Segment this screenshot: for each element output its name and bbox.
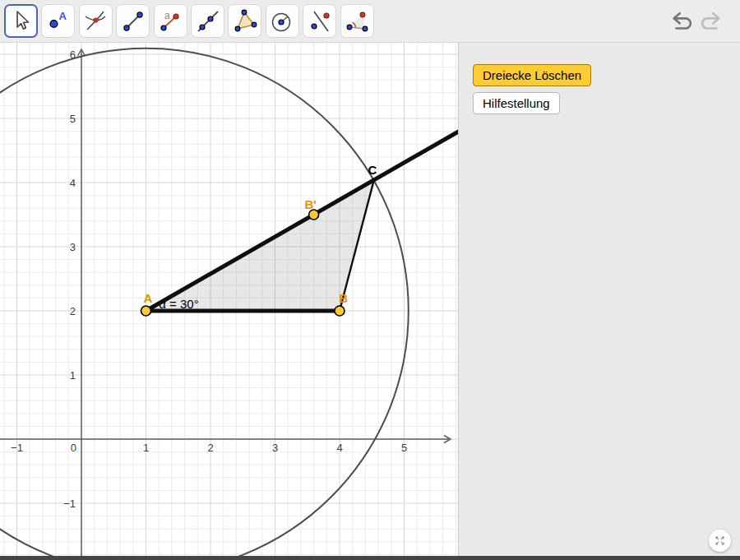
tool-move-button[interactable] <box>4 4 38 38</box>
tool-reflect-about-line-button[interactable] <box>303 4 336 38</box>
point-b[interactable] <box>335 306 345 316</box>
reflect-line-icon <box>308 9 332 34</box>
svg-text:A: A <box>58 10 67 22</box>
svg-text:1: 1 <box>143 442 149 454</box>
tool-line-button[interactable] <box>191 4 224 38</box>
tool-segment-fixed-length-button[interactable]: a <box>154 4 187 38</box>
svg-text:−1: −1 <box>63 498 76 510</box>
point-label-b: B <box>339 291 348 305</box>
tool-intersect-button[interactable] <box>79 4 113 38</box>
polygon-icon <box>233 9 257 34</box>
line-icon <box>196 9 220 34</box>
undo-icon <box>670 25 695 37</box>
tool-segment-button[interactable] <box>116 4 150 38</box>
svg-text:5: 5 <box>70 113 76 125</box>
delete-triangles-button[interactable]: Dreiecke Löschen <box>473 64 591 86</box>
help-button[interactable]: Hilfestellung <box>473 92 560 114</box>
graphics-view[interactable]: −1012345−1123456α = 30°ABB'C <box>0 43 458 556</box>
tool-polygon-button[interactable] <box>228 4 261 38</box>
svg-text:2: 2 <box>207 442 213 454</box>
segment-icon <box>121 9 146 34</box>
svg-text:5: 5 <box>401 442 407 454</box>
side-panel: Dreiecke Löschen Hilfestellung <box>458 43 740 556</box>
svg-text:3: 3 <box>272 442 278 454</box>
segment-length-icon: a <box>158 9 183 34</box>
point-a[interactable] <box>141 306 151 316</box>
geogebra-app: Aa −1012345−1123456α = 30°ABB'C Dreiecke… <box>0 0 740 560</box>
bottom-border <box>0 556 740 560</box>
point-label-icon: A <box>46 9 71 34</box>
svg-text:1: 1 <box>70 369 76 382</box>
tool-circle-with-center-button[interactable] <box>266 4 299 38</box>
redo-icon <box>698 25 723 37</box>
intersect-icon <box>83 9 108 34</box>
circle-center-icon <box>270 9 294 34</box>
fullscreen-button[interactable] <box>709 530 731 552</box>
svg-text:a: a <box>164 10 170 21</box>
point-label-b': B' <box>304 197 316 211</box>
cursor-icon <box>9 9 34 34</box>
point-label-c: C <box>368 163 377 177</box>
fullscreen-icon <box>713 534 727 548</box>
svg-text:4: 4 <box>336 442 342 454</box>
rotate-angle-icon <box>345 9 369 34</box>
point-label-a: A <box>143 291 152 305</box>
svg-text:2: 2 <box>70 305 76 317</box>
redo-button[interactable] <box>698 10 723 35</box>
svg-text:3: 3 <box>70 241 76 253</box>
toolbar: Aa <box>0 0 740 43</box>
svg-text:−1: −1 <box>11 442 23 454</box>
svg-text:0: 0 <box>71 442 76 454</box>
svg-text:4: 4 <box>70 177 76 189</box>
tool-point-with-label-button[interactable]: A <box>41 4 75 38</box>
tool-rotate-around-point-button[interactable] <box>340 4 374 38</box>
undo-button[interactable] <box>670 10 695 35</box>
